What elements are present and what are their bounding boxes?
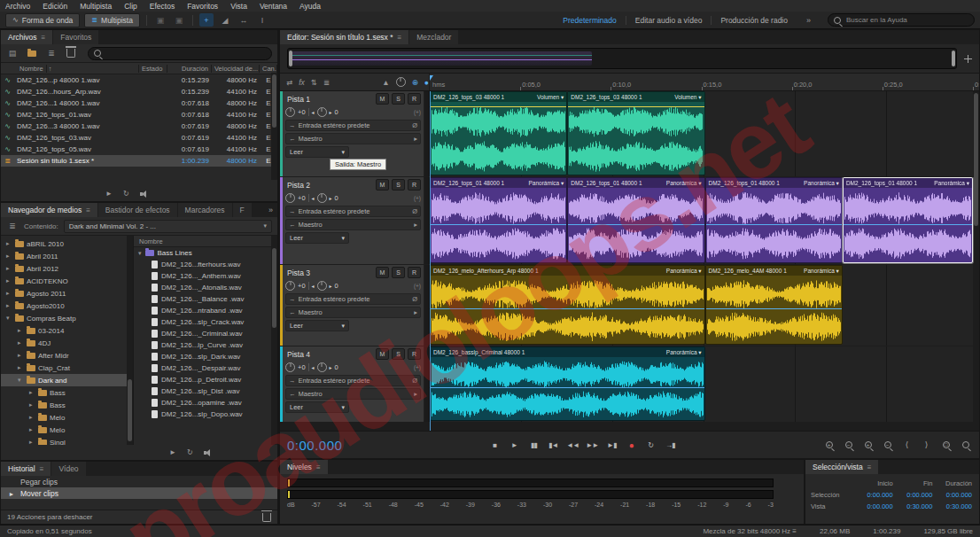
disclosure-icon[interactable] — [18, 364, 24, 371]
volume-knob[interactable] — [285, 281, 295, 291]
disclosure-icon[interactable] — [6, 277, 12, 284]
clip-envelope-selector[interactable]: Panorámica ▾ — [804, 180, 839, 187]
audio-clip[interactable]: DM2_126_tops_01 48000 1Panorámica ▾ — [705, 177, 843, 263]
track-output-selector[interactable]: ←Maestro▸ — [285, 307, 421, 318]
disclosure-icon[interactable] — [29, 439, 35, 445]
file-row[interactable]: DM2_126_tops_03.wav 0:07.619 44100 Hz E — [1, 132, 277, 144]
disclosure-icon[interactable] — [29, 414, 35, 421]
panel-menu-icon[interactable]: ≡ — [316, 463, 321, 471]
insert-multitrack-icon[interactable]: ≣ — [45, 47, 58, 59]
help-search-input[interactable] — [844, 15, 968, 25]
audio-clip[interactable]: DM2_126_melo_4AM 48000 1Panorámica ▾ — [705, 265, 843, 345]
trash-icon[interactable] — [262, 513, 271, 522]
menu-item[interactable]: Edición — [43, 2, 67, 11]
tab-video[interactable]: Vídeo — [51, 462, 85, 476]
volume-knob[interactable] — [285, 107, 295, 117]
audio-clip[interactable]: DM2_126_tops_01 48000 1Panorámica ▾ — [843, 177, 973, 263]
zoom-out-time-icon[interactable]: − — [842, 439, 855, 451]
envelope-line[interactable] — [706, 224, 842, 225]
track-pan-value[interactable]: 0 — [335, 108, 338, 116]
move-tool[interactable]: + — [199, 13, 214, 27]
envelope-line[interactable] — [568, 224, 704, 225]
media-file-row[interactable]: DM2_126..._Atonalis.wav — [134, 282, 277, 293]
automation-mode-dropdown[interactable]: Leer▾ — [285, 401, 349, 413]
track-input-selector[interactable]: →Entrada estéreo predeteØ — [285, 375, 421, 386]
media-list-scrollbar[interactable] — [271, 236, 277, 445]
workspace-item[interactable]: Predeterminado — [554, 16, 625, 25]
tree-item[interactable]: Abril 2011 — [1, 250, 133, 262]
import-file-icon[interactable]: ▤ — [6, 47, 19, 59]
move-clips-icon[interactable]: ⇄ — [286, 78, 292, 87]
tree-item[interactable]: Compras Beatp — [1, 312, 133, 324]
go-to-start-button[interactable]: ▮◄ — [547, 439, 560, 451]
volume-knob[interactable] — [285, 193, 295, 203]
tab-bastidor-de-efectos[interactable]: Bastidor de efectos — [98, 203, 177, 217]
disclosure-icon[interactable] — [6, 290, 12, 297]
envelope-line[interactable] — [431, 308, 704, 309]
slip-tool[interactable]: ↔ — [237, 13, 251, 27]
dual-panel-icon[interactable]: ▣ — [172, 13, 186, 27]
pause-button[interactable]: ▮▮ — [527, 439, 541, 451]
media-file-row[interactable]: DM2_126...slp_Crack.wav — [134, 316, 277, 328]
menu-item[interactable]: Ventana — [260, 2, 287, 11]
clip-envelope-selector[interactable]: Panorámica ▾ — [529, 180, 564, 187]
tab-seleccion-vista[interactable]: Selección/vista≡ — [805, 460, 878, 474]
automation-mode-dropdown[interactable]: Leer▾ — [285, 320, 349, 331]
tree-item[interactable]: After Midr — [1, 349, 133, 362]
track-r-button[interactable]: R — [408, 267, 421, 278]
time-display[interactable]: 0:00.000 — [287, 438, 342, 453]
track-m-button[interactable]: M — [376, 348, 389, 360]
file-row[interactable]: DM2_126_tops_05.wav 0:07.619 44100 Hz E — [1, 144, 277, 155]
selview-fin-value[interactable]: 0:30.000 — [895, 502, 935, 510]
tab-editor[interactable]: Editor: Sesión sin título 1.sesx *≡ — [280, 30, 408, 44]
record-button[interactable]: ● — [625, 439, 638, 451]
content-dropdown[interactable]: Dark and Minimal Vol. 2 - ... ▾ — [64, 220, 272, 233]
media-file-row[interactable]: DM2_126..._Criminal.wav — [134, 328, 277, 339]
snap-icon[interactable]: ⊕ — [412, 78, 418, 87]
track-output-selector[interactable]: ←Maestro▸ — [285, 388, 421, 400]
tree-item[interactable]: aBRIL 2010 — [1, 237, 133, 250]
track-m-button[interactable]: M — [376, 267, 389, 278]
tree-item[interactable]: Dark and — [1, 374, 133, 386]
media-list-header[interactable]: Nombre — [134, 236, 277, 247]
preview-loop-icon[interactable]: ↻ — [187, 448, 193, 456]
audio-clip[interactable]: DM2_126_tops_03 48000 1Volumen ▾ — [430, 91, 567, 175]
files-search-input[interactable] — [105, 49, 266, 58]
media-file-row[interactable]: DM2_126...slp_Dist .wav — [134, 385, 277, 397]
clip-envelope-selector[interactable]: Panorámica ▾ — [804, 268, 839, 275]
column-canales[interactable]: Can... — [260, 65, 277, 73]
envelope-line[interactable] — [431, 106, 566, 107]
session-overview-navigator[interactable] — [287, 48, 957, 69]
loop-toggle-icon[interactable]: ● — [424, 78, 429, 87]
track-output-selector[interactable]: ←Maestro▸ — [285, 219, 421, 230]
clock-icon[interactable] — [396, 77, 406, 87]
track-pan-value[interactable]: 0 — [335, 194, 338, 202]
file-row[interactable]: Sesión sin título 1.sesx * 1:00.239 4800… — [1, 155, 277, 167]
clip-envelope-selector[interactable]: Volumen ▾ — [537, 94, 564, 101]
tree-item[interactable]: Melo — [1, 424, 133, 436]
audio-clip[interactable]: DM2_126_basslp_Criminal 48000 1Panorámic… — [430, 346, 705, 421]
pan-knob[interactable] — [317, 362, 327, 372]
menu-item[interactable]: Efectos — [150, 2, 175, 11]
file-row[interactable]: DM2_126_tops_01.wav 0:07.618 44100 Hz E — [1, 109, 277, 121]
marker-icon[interactable]: ▲ — [382, 78, 389, 87]
track-r-button[interactable]: R — [408, 348, 421, 360]
panel-menu-icon[interactable]: ≡ — [398, 34, 402, 42]
tree-item[interactable]: Melo — [1, 411, 133, 424]
disclosure-icon[interactable] — [6, 253, 12, 260]
clip-envelope-selector[interactable]: Panorámica ▾ — [666, 268, 702, 275]
overview-right-handle[interactable] — [952, 51, 955, 66]
keyframe-icon[interactable]: (+) — [414, 195, 421, 201]
preview-play-icon[interactable]: ► — [169, 448, 176, 456]
selview-fin-value[interactable]: 0:00.000 — [895, 491, 935, 499]
razor-tool[interactable]: ◢ — [218, 13, 232, 27]
column-velocidad[interactable]: Velocidad de... — [212, 65, 260, 73]
disclosure-icon[interactable] — [29, 401, 35, 409]
menu-item[interactable]: Ayuda — [299, 2, 321, 11]
file-row[interactable]: DM2_126...p 48000 1.wav 0:15.239 48000 H… — [1, 74, 277, 86]
audio-clip[interactable]: DM2_126_tops_01 48000 1Panorámica ▾ — [430, 177, 567, 263]
disclosure-icon[interactable] — [6, 240, 12, 247]
tab-mezclador[interactable]: Mezclador — [409, 30, 458, 44]
track-gain-value[interactable]: +0 — [298, 108, 306, 116]
track-name[interactable]: Pista 2 — [285, 181, 373, 190]
